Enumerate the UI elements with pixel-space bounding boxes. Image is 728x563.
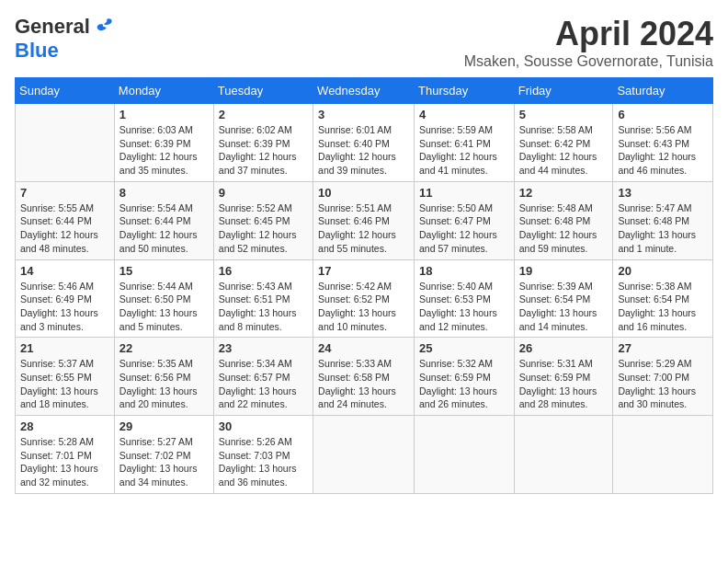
day-info: Sunrise: 5:55 AMSunset: 6:44 PMDaylight:… [20,201,109,256]
day-number: 15 [119,264,209,278]
calendar-cell: 2Sunrise: 6:02 AMSunset: 6:39 PMDaylight… [213,104,313,182]
day-info: Sunrise: 5:50 AMSunset: 6:47 PMDaylight:… [419,201,509,256]
day-number: 6 [618,108,708,121]
logo-bird-icon [92,16,114,38]
calendar-cell: 21Sunrise: 5:37 AMSunset: 6:55 PMDayligh… [16,338,115,416]
day-number: 20 [618,264,708,278]
weekday-header-sunday: Sunday [16,78,115,104]
day-info: Sunrise: 5:37 AMSunset: 6:55 PMDaylight:… [20,357,109,411]
day-number: 10 [318,186,409,200]
calendar-cell: 5Sunrise: 5:58 AMSunset: 6:42 PMDaylight… [514,104,613,182]
calendar-cell: 7Sunrise: 5:55 AMSunset: 6:44 PMDaylight… [16,181,115,259]
day-info: Sunrise: 5:43 AMSunset: 6:51 PMDaylight:… [219,280,308,334]
day-number: 5 [519,108,609,121]
calendar-week-4: 21Sunrise: 5:37 AMSunset: 6:55 PMDayligh… [16,338,713,416]
day-info: Sunrise: 5:34 AMSunset: 6:57 PMDaylight:… [219,357,308,411]
day-number: 16 [219,264,308,278]
calendar-cell: 30Sunrise: 5:26 AMSunset: 7:03 PMDayligh… [213,416,313,494]
calendar-cell: 9Sunrise: 5:52 AMSunset: 6:45 PMDaylight… [213,181,313,259]
calendar-cell: 20Sunrise: 5:38 AMSunset: 6:54 PMDayligh… [613,259,713,338]
logo: General Blue [15,15,114,63]
weekday-header-monday: Monday [114,78,213,104]
day-info: Sunrise: 5:31 AMSunset: 6:59 PMDaylight:… [519,357,609,411]
day-info: Sunrise: 5:44 AMSunset: 6:50 PMDaylight:… [119,280,209,334]
day-info: Sunrise: 5:38 AMSunset: 6:54 PMDaylight:… [618,280,708,334]
calendar-week-2: 7Sunrise: 5:55 AMSunset: 6:44 PMDaylight… [16,181,713,259]
day-info: Sunrise: 5:33 AMSunset: 6:58 PMDaylight:… [318,357,409,411]
day-number: 28 [20,419,109,433]
calendar-cell: 26Sunrise: 5:31 AMSunset: 6:59 PMDayligh… [514,338,613,416]
calendar-cell: 8Sunrise: 5:54 AMSunset: 6:44 PMDaylight… [114,181,213,259]
day-number: 4 [419,108,509,121]
calendar-cell: 19Sunrise: 5:39 AMSunset: 6:54 PMDayligh… [514,259,613,338]
calendar-cell: 24Sunrise: 5:33 AMSunset: 6:58 PMDayligh… [313,338,415,416]
calendar-week-1: 1Sunrise: 6:03 AMSunset: 6:39 PMDaylight… [16,104,713,182]
day-info: Sunrise: 5:58 AMSunset: 6:42 PMDaylight:… [519,123,609,178]
calendar-cell: 1Sunrise: 6:03 AMSunset: 6:39 PMDaylight… [114,104,213,182]
day-info: Sunrise: 5:35 AMSunset: 6:56 PMDaylight:… [119,357,209,411]
day-number: 19 [519,264,609,278]
day-number: 27 [618,341,708,355]
day-number: 23 [219,341,308,355]
calendar-cell: 4Sunrise: 5:59 AMSunset: 6:41 PMDaylight… [415,104,515,182]
day-info: Sunrise: 5:52 AMSunset: 6:45 PMDaylight:… [219,201,308,256]
day-number: 11 [419,186,509,200]
calendar-header-row: SundayMondayTuesdayWednesdayThursdayFrid… [16,78,713,104]
calendar-week-5: 28Sunrise: 5:28 AMSunset: 7:01 PMDayligh… [16,416,713,494]
weekday-header-tuesday: Tuesday [213,78,313,104]
weekday-header-thursday: Thursday [415,78,515,104]
day-info: Sunrise: 5:47 AMSunset: 6:48 PMDaylight:… [618,201,708,256]
calendar-cell: 28Sunrise: 5:28 AMSunset: 7:01 PMDayligh… [16,416,115,494]
day-info: Sunrise: 5:56 AMSunset: 6:43 PMDaylight:… [618,123,708,178]
calendar-cell [16,104,115,182]
calendar-cell [313,416,415,494]
calendar-cell: 12Sunrise: 5:48 AMSunset: 6:48 PMDayligh… [514,181,613,259]
calendar-cell [514,416,613,494]
day-number: 18 [419,264,509,278]
calendar-cell [613,416,713,494]
day-number: 22 [119,341,209,355]
calendar-week-3: 14Sunrise: 5:46 AMSunset: 6:49 PMDayligh… [16,259,713,338]
calendar-cell: 14Sunrise: 5:46 AMSunset: 6:49 PMDayligh… [16,259,115,338]
weekday-header-friday: Friday [514,78,613,104]
weekday-header-saturday: Saturday [613,78,713,104]
day-number: 26 [519,341,609,355]
day-info: Sunrise: 5:26 AMSunset: 7:03 PMDaylight:… [219,435,308,489]
day-info: Sunrise: 5:54 AMSunset: 6:44 PMDaylight:… [119,201,209,256]
day-info: Sunrise: 6:03 AMSunset: 6:39 PMDaylight:… [119,123,209,178]
day-number: 3 [318,108,409,121]
location-text: Msaken, Sousse Governorate, Tunisia [464,53,713,70]
month-title: April 2024 [464,15,713,53]
calendar-cell: 27Sunrise: 5:29 AMSunset: 7:00 PMDayligh… [613,338,713,416]
calendar-cell: 3Sunrise: 6:01 AMSunset: 6:40 PMDaylight… [313,104,415,182]
day-number: 14 [20,264,109,278]
day-number: 2 [219,108,308,121]
day-number: 21 [20,341,109,355]
day-number: 30 [219,419,308,433]
calendar-cell: 16Sunrise: 5:43 AMSunset: 6:51 PMDayligh… [213,259,313,338]
title-section: April 2024 Msaken, Sousse Governorate, T… [464,15,713,70]
day-info: Sunrise: 5:29 AMSunset: 7:00 PMDaylight:… [618,357,708,411]
calendar-cell: 23Sunrise: 5:34 AMSunset: 6:57 PMDayligh… [213,338,313,416]
day-info: Sunrise: 5:46 AMSunset: 6:49 PMDaylight:… [20,280,109,334]
day-number: 7 [20,186,109,200]
day-info: Sunrise: 5:59 AMSunset: 6:41 PMDaylight:… [419,123,509,178]
calendar-cell: 13Sunrise: 5:47 AMSunset: 6:48 PMDayligh… [613,181,713,259]
calendar-cell: 17Sunrise: 5:42 AMSunset: 6:52 PMDayligh… [313,259,415,338]
weekday-header-wednesday: Wednesday [313,78,415,104]
calendar-cell: 22Sunrise: 5:35 AMSunset: 6:56 PMDayligh… [114,338,213,416]
calendar-cell: 10Sunrise: 5:51 AMSunset: 6:46 PMDayligh… [313,181,415,259]
day-number: 12 [519,186,609,200]
day-info: Sunrise: 6:02 AMSunset: 6:39 PMDaylight:… [219,123,308,178]
calendar-cell: 18Sunrise: 5:40 AMSunset: 6:53 PMDayligh… [415,259,515,338]
day-number: 13 [618,186,708,200]
day-info: Sunrise: 5:28 AMSunset: 7:01 PMDaylight:… [20,435,109,489]
day-info: Sunrise: 5:32 AMSunset: 6:59 PMDaylight:… [419,357,509,411]
day-info: Sunrise: 5:39 AMSunset: 6:54 PMDaylight:… [519,280,609,334]
calendar-cell: 15Sunrise: 5:44 AMSunset: 6:50 PMDayligh… [114,259,213,338]
calendar-cell: 6Sunrise: 5:56 AMSunset: 6:43 PMDaylight… [613,104,713,182]
calendar-cell: 25Sunrise: 5:32 AMSunset: 6:59 PMDayligh… [415,338,515,416]
day-info: Sunrise: 5:42 AMSunset: 6:52 PMDaylight:… [318,280,409,334]
day-number: 24 [318,341,409,355]
day-number: 25 [419,341,509,355]
